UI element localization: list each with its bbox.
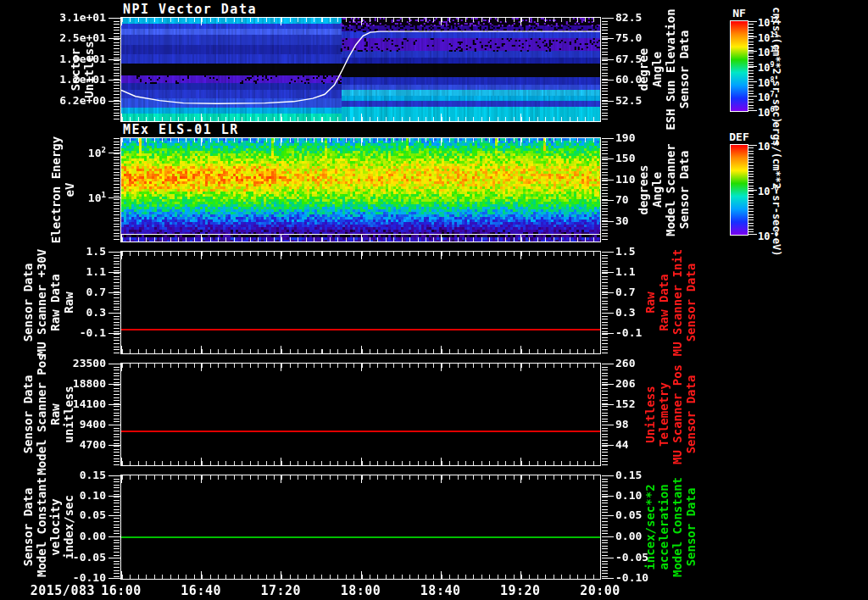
y-major-tick-left-2-0	[108, 252, 120, 253]
x-major-tick-bottom-3-1	[201, 458, 202, 465]
y-major-tick-left-2-3	[108, 313, 120, 314]
x-major-tick-bottom-2-2	[281, 346, 281, 353]
x-major-tick-bottom-4-3	[361, 571, 362, 579]
x-tick-label-6: 20:00	[571, 583, 629, 598]
x-major-tick-top-0-4	[441, 18, 442, 25]
x-major-tick-bottom-1-2	[281, 234, 281, 242]
x-major-tick-top-1-2	[281, 138, 281, 146]
series-line-4	[121, 536, 600, 538]
colorbar-major-tick-0-3	[748, 66, 757, 67]
y-major-tick-left-2-1	[108, 272, 120, 273]
y-major-tick-right-4-5	[602, 578, 614, 579]
colorbar-major-tick-0-6	[748, 110, 757, 111]
panel1-title: NPI Vector Data	[123, 2, 257, 17]
y-major-tick-right-3-2	[602, 404, 614, 405]
colorbar-major-tick-0-1	[748, 36, 757, 37]
colorbar-major-tick-1-2	[748, 234, 757, 235]
y-major-tick-right-1-0	[602, 138, 614, 139]
y-major-tick-right-3-3	[602, 425, 614, 425]
y-major-tick-right-1-4	[602, 221, 614, 222]
x-major-tick-bottom-4-0	[121, 571, 122, 579]
panel2-title: MEx ELS-01 LR	[123, 122, 239, 137]
y-major-tick-left-1-1	[108, 197, 120, 198]
x-major-tick-bottom-4-5	[520, 571, 521, 579]
colorbar-label-1: DEF	[722, 131, 756, 143]
x-major-tick-bottom-1-6	[600, 234, 601, 242]
y-major-tick-right-4-1	[602, 496, 614, 497]
y-major-tick-left-4-1	[108, 496, 120, 497]
y-major-tick-left-2-2	[108, 292, 120, 293]
spectrogram-canvas-1	[121, 138, 600, 242]
y-minor-ticks-left-1	[114, 138, 120, 242]
colorbar-frame-1	[730, 144, 748, 236]
x-major-tick-top-1-6	[600, 138, 601, 146]
x-major-tick-top-1-1	[201, 138, 202, 146]
y-major-tick-right-4-3	[602, 536, 614, 537]
x-major-tick-bottom-2-5	[520, 346, 521, 353]
x-major-tick-top-2-1	[201, 252, 202, 259]
x-major-tick-bottom-1-0	[121, 234, 122, 242]
x-major-tick-top-3-5	[520, 364, 521, 371]
y-major-tick-right-3-1	[602, 384, 614, 385]
colorbar-frame-0	[730, 20, 748, 112]
x-major-tick-bottom-2-1	[201, 346, 202, 353]
x-major-tick-bottom-3-0	[121, 458, 122, 465]
y-minor-ticks-left-2	[114, 252, 120, 353]
x-major-tick-bottom-4-2	[281, 571, 281, 579]
x-major-tick-top-3-4	[441, 364, 442, 371]
y-minor-ticks-right-3	[602, 364, 608, 465]
y-major-tick-left-4-4	[108, 558, 120, 558]
x-major-tick-top-4-6	[600, 475, 601, 483]
x-major-tick-bottom-2-4	[441, 346, 442, 353]
colorbar-major-tick-0-5	[748, 96, 757, 97]
x-major-tick-top-0-6	[600, 18, 601, 25]
y-axis-title-right-4: incex/sec**2accelerationModel ConstantSe…	[643, 349, 698, 600]
x-major-tick-top-0-3	[361, 18, 362, 25]
x-major-tick-bottom-3-2	[281, 458, 281, 465]
y-major-tick-right-0-0	[602, 18, 614, 19]
x-major-tick-top-4-5	[520, 475, 521, 483]
x-major-tick-bottom-0-4	[441, 114, 442, 121]
y-major-tick-right-4-2	[602, 515, 614, 516]
y-major-tick-right-4-0	[602, 475, 614, 476]
x-major-tick-bottom-4-4	[441, 571, 442, 579]
y-major-tick-right-0-3	[602, 80, 614, 81]
colorbar-major-tick-0-0	[748, 21, 757, 22]
y-major-tick-left-3-2	[108, 404, 120, 405]
y-major-tick-left-1-0	[108, 153, 120, 153]
x-major-tick-bottom-3-6	[600, 458, 601, 465]
x-major-tick-bottom-3-5	[520, 458, 521, 465]
x-major-tick-top-2-6	[600, 252, 601, 259]
x-major-tick-bottom-0-3	[361, 114, 362, 121]
x-major-tick-top-1-4	[441, 138, 442, 146]
x-major-tick-bottom-0-6	[600, 114, 601, 121]
y-major-tick-left-0-0	[108, 18, 120, 19]
x-major-tick-top-2-2	[281, 252, 281, 259]
x-major-tick-top-1-0	[121, 138, 122, 146]
x-tick-label-2: 17:20	[252, 583, 309, 598]
y-major-tick-right-2-4	[602, 333, 614, 334]
colorbar-label-0: NF	[722, 7, 756, 19]
spectrogram-canvas-0	[121, 18, 600, 121]
x-major-tick-top-1-3	[361, 138, 362, 146]
panel-frame-3	[120, 363, 601, 466]
y-major-tick-left-2-4	[108, 333, 120, 334]
x-major-tick-top-0-5	[520, 18, 521, 25]
x-tick-label-5: 19:20	[492, 583, 549, 598]
y-major-tick-right-0-1	[602, 38, 614, 39]
y-major-tick-left-0-1	[108, 38, 120, 39]
y-minor-ticks-right-1	[602, 138, 608, 242]
x-major-tick-bottom-0-2	[281, 114, 281, 121]
y-major-tick-right-3-4	[602, 445, 614, 446]
y-major-tick-left-4-0	[108, 475, 120, 476]
y-major-tick-right-3-0	[602, 364, 614, 364]
y-major-tick-left-3-0	[108, 364, 120, 364]
x-major-tick-top-0-2	[281, 18, 281, 25]
x-major-tick-bottom-0-5	[520, 114, 521, 121]
x-major-tick-bottom-4-6	[600, 571, 601, 579]
x-major-tick-top-1-5	[520, 138, 521, 146]
x-major-tick-bottom-1-5	[520, 234, 521, 242]
x-major-tick-top-4-1	[201, 475, 202, 483]
x-major-tick-top-3-3	[361, 364, 362, 371]
x-major-tick-bottom-0-0	[121, 114, 122, 121]
